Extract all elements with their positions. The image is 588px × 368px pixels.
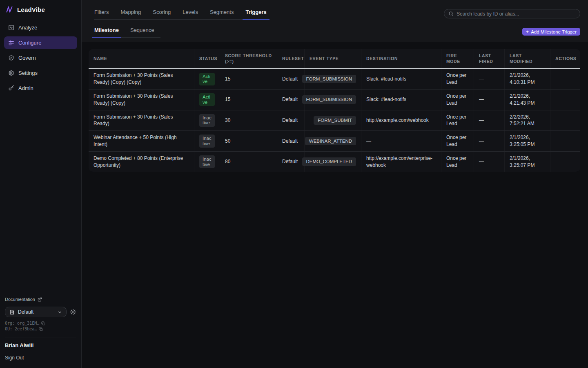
event-type-badge: FORM_SUBMIT bbox=[314, 116, 356, 125]
tab-segments[interactable]: Segments bbox=[209, 8, 234, 19]
sidebar-item-label: Settings bbox=[18, 70, 38, 76]
cell-last-modified: 2/1/2026, 3:25:07 PM bbox=[504, 152, 550, 172]
cell-destination: http://example.com/enterprise-webhook bbox=[361, 152, 441, 172]
sidebar-item-analyze[interactable]: Analyze bbox=[4, 21, 77, 34]
cell-score-threshold: 30 bbox=[220, 110, 277, 131]
cell-name: Webinar Attendance + 50 Points (High Int… bbox=[89, 131, 194, 151]
status-badge: Active bbox=[199, 73, 215, 85]
sidebar-item-configure[interactable]: Configure bbox=[4, 36, 77, 49]
search-input[interactable] bbox=[457, 11, 576, 17]
plus-icon: + bbox=[526, 29, 529, 34]
table-header: Name Status Score Threshold (>=) Ruleset… bbox=[89, 49, 580, 69]
cell-status: Inactive bbox=[194, 152, 220, 172]
theme-toggle-sun-icon[interactable] bbox=[70, 309, 76, 315]
cell-last-fired: — bbox=[474, 152, 504, 172]
cell-ruleset: Default bbox=[277, 69, 304, 89]
event-type-badge: DEMO_COMPLETED bbox=[302, 157, 356, 166]
cell-score-threshold: 80 bbox=[220, 152, 277, 172]
cell-ruleset: Default bbox=[277, 110, 304, 131]
org-id-value: Org: org_31EM… bbox=[5, 321, 39, 325]
column-header-last-modified: Last Modified bbox=[504, 49, 550, 68]
tab-levels[interactable]: Levels bbox=[182, 8, 198, 19]
tab-filters[interactable]: Filters bbox=[94, 8, 109, 19]
cell-name: Form Submission + 30 Points (Sales Ready… bbox=[89, 90, 194, 110]
cell-status: Inactive bbox=[194, 131, 220, 151]
documentation-label: Documentation bbox=[5, 297, 35, 302]
column-header-last-fired: Last Fired bbox=[474, 49, 504, 68]
column-header-status: Status bbox=[194, 49, 220, 68]
status-badge: Inactive bbox=[199, 155, 215, 168]
cell-event-type: FORM_SUBMISSION bbox=[304, 90, 361, 110]
cell-score-threshold: 50 bbox=[220, 131, 277, 151]
cell-destination: http://example.com/webhook bbox=[361, 110, 441, 131]
column-header-event-type: Event Type bbox=[304, 49, 361, 68]
status-badge: Inactive bbox=[199, 114, 215, 127]
cell-event-type: FORM_SUBMISSION bbox=[304, 69, 361, 89]
cell-last-fired: — bbox=[474, 90, 504, 110]
external-link-icon bbox=[38, 297, 42, 302]
cell-name: Form Submission + 30 Points (Sales Ready… bbox=[89, 69, 194, 89]
sidebar-item-label: Admin bbox=[18, 85, 33, 91]
sidebar-item-govern[interactable]: Govern bbox=[4, 52, 77, 64]
copy-icon[interactable] bbox=[39, 327, 43, 331]
brand-name: LeadVibe bbox=[17, 6, 45, 13]
tab-mapping[interactable]: Mapping bbox=[120, 8, 141, 19]
triggers-table: Name Status Score Threshold (>=) Ruleset… bbox=[89, 49, 580, 172]
add-milestone-trigger-button[interactable]: + Add Milestone Trigger bbox=[522, 28, 580, 36]
sidebar-item-admin[interactable]: Admin bbox=[4, 82, 77, 94]
status-badge: Inactive bbox=[199, 135, 215, 147]
table-row[interactable]: Form Submission + 30 Points (Sales Ready… bbox=[89, 110, 580, 131]
cell-status: Inactive bbox=[194, 110, 220, 131]
column-header-fire-mode: Fire Mode bbox=[441, 49, 474, 68]
leadvibe-logo-icon bbox=[5, 5, 14, 14]
cell-ruleset: Default bbox=[277, 152, 304, 172]
cell-status: Active bbox=[194, 90, 220, 110]
table-row[interactable]: Demo Completed + 80 Points (Enterprise O… bbox=[89, 152, 580, 172]
sidebar: LeadVibe Analyze Conf bbox=[0, 0, 82, 368]
column-header-destination: Destination bbox=[361, 49, 441, 68]
cell-event-type: WEBINAR_ATTEND bbox=[304, 131, 361, 151]
copy-icon[interactable] bbox=[41, 321, 45, 325]
sign-out-link[interactable]: Sign Out bbox=[5, 355, 76, 361]
search-icon bbox=[448, 11, 454, 16]
cell-destination: Slack: #lead-notifs bbox=[361, 69, 441, 89]
sidebar-item-label: Configure bbox=[18, 40, 41, 46]
sidebar-item-label: Govern bbox=[18, 55, 36, 61]
sidebar-item-settings[interactable]: Settings bbox=[4, 67, 77, 79]
cell-score-threshold: 15 bbox=[220, 90, 277, 110]
cell-event-type: DEMO_COMPLETED bbox=[304, 152, 361, 172]
cell-last-fired: — bbox=[474, 131, 504, 151]
add-button-label: Add Milestone Trigger bbox=[531, 29, 577, 34]
subtab-milestone[interactable]: Milestone bbox=[94, 26, 119, 37]
footer-divider bbox=[5, 337, 76, 337]
cell-fire-mode: Once per Lead bbox=[441, 69, 474, 89]
org-id-line: Org: org_31EM… bbox=[5, 321, 76, 325]
table-row[interactable]: Form Submission + 30 Points (Sales Ready… bbox=[89, 90, 580, 110]
cell-last-modified: 2/1/2026, 4:21:43 PM bbox=[504, 90, 550, 110]
content-area: Name Status Score Threshold (>=) Ruleset… bbox=[82, 42, 588, 368]
ou-id-value: OU: 2eef3bea… bbox=[5, 327, 37, 331]
user-name: Brian Alwill bbox=[5, 342, 76, 348]
documentation-link[interactable]: Documentation bbox=[5, 291, 76, 307]
cell-last-modified: 2/1/2026, 4:10:31 PM bbox=[504, 69, 550, 89]
table-row[interactable]: Form Submission + 30 Points (Sales Ready… bbox=[89, 69, 580, 90]
sliders-icon bbox=[8, 40, 14, 46]
subtab-sequence[interactable]: Sequence bbox=[130, 26, 155, 37]
primary-tabs: Filters Mapping Scoring Levels Segments … bbox=[94, 8, 267, 20]
cell-name: Form Submission + 30 Points (Sales Ready… bbox=[89, 110, 194, 131]
cell-status: Active bbox=[194, 69, 220, 89]
chevron-down-icon bbox=[58, 310, 62, 314]
column-header-name: Name bbox=[89, 49, 194, 68]
cell-destination: — bbox=[361, 131, 441, 151]
tab-triggers[interactable]: Triggers bbox=[245, 8, 267, 19]
environment-select[interactable]: Default bbox=[5, 307, 67, 317]
table-row[interactable]: Webinar Attendance + 50 Points (High Int… bbox=[89, 131, 580, 152]
cell-actions bbox=[550, 69, 580, 89]
building-icon bbox=[9, 310, 15, 315]
column-header-actions: Actions bbox=[550, 49, 580, 68]
key-icon bbox=[8, 85, 14, 91]
tab-scoring[interactable]: Scoring bbox=[152, 8, 171, 19]
search-bar bbox=[444, 9, 580, 18]
sidebar-nav: Analyze Configure Govern bbox=[0, 21, 81, 94]
cell-ruleset: Default bbox=[277, 90, 304, 110]
